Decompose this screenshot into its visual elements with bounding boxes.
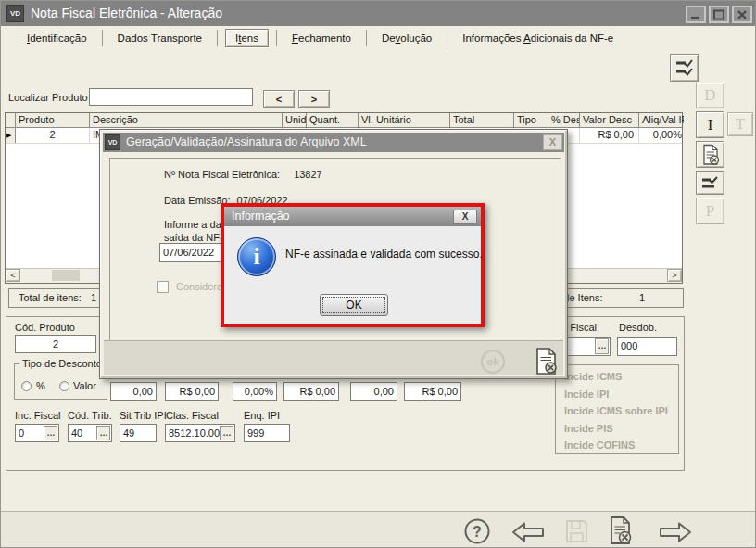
icms-valor-field[interactable]: R$ 0,00 <box>284 382 339 401</box>
incide-icms-sobre-ipi-label: Incide ICMS sobre IPI <box>564 402 678 420</box>
sit-trib-ipi-label: Sit Trib IPI <box>120 410 167 421</box>
svg-text:?: ? <box>472 524 482 540</box>
button-d[interactable]: D <box>696 83 724 108</box>
desconto-perc-field[interactable]: 0,00 <box>110 382 157 401</box>
previous-item-button[interactable]: < <box>263 90 295 108</box>
xml-dialog-close-button[interactable]: X <box>543 134 562 150</box>
info-icon: i <box>237 237 276 276</box>
cancel-nfe-button[interactable] <box>606 516 634 546</box>
maximize-button[interactable] <box>709 6 729 23</box>
clas-fiscal-browse-button[interactable]: … <box>220 426 233 440</box>
tab-separator <box>276 30 277 46</box>
grid-header-tipo: Tipo <box>514 113 548 127</box>
grid-header-quant: Quant. <box>307 113 359 127</box>
help-button[interactable]: ? <box>463 517 491 545</box>
application-window: VD Nota Fiscal Eletrônica - Alteração Id… <box>0 0 756 548</box>
button-i[interactable]: I <box>696 111 724 138</box>
tab-bar: Identificação Dados Transporte Itens Fec… <box>1 26 756 50</box>
button-p[interactable]: P <box>696 198 724 224</box>
button-t[interactable]: T <box>727 112 753 136</box>
lines-check-icon <box>701 176 720 189</box>
row-marker-icon: ▶ <box>6 128 16 143</box>
ipi-valor-field[interactable]: R$ 0,00 <box>404 382 461 401</box>
close-icon <box>737 9 748 20</box>
inc-fiscal-field[interactable]: 0 … <box>15 424 59 442</box>
desdob-label: Desdob. <box>619 322 657 333</box>
scrollbar-thumb[interactable] <box>52 270 80 281</box>
minimize-button[interactable] <box>686 6 706 23</box>
xml-ok-button[interactable]: ok <box>481 350 505 374</box>
next-item-button[interactable]: > <box>298 90 330 108</box>
cod-produto-field[interactable]: 2 <box>15 335 96 353</box>
enq-ipi-label: Enq. IPI <box>244 410 280 421</box>
grid-header-vl-unitario: Vl. Unitário <box>359 113 450 127</box>
tab-separator <box>217 30 218 46</box>
tab-devolucao[interactable]: Devolução <box>369 29 445 47</box>
button-i-label: I <box>708 116 713 134</box>
grid-header-descricao: Descrição <box>90 113 283 127</box>
lines-check-icon <box>674 58 695 77</box>
incide-pis-label: Incide PIS <box>564 420 678 438</box>
tab-itens[interactable]: Itens <box>225 29 269 47</box>
tab-identificacao[interactable]: Identificação <box>14 29 100 47</box>
cod-trib-browse-button[interactable]: … <box>96 426 110 440</box>
cancel-document-button[interactable] <box>696 141 724 168</box>
info-ok-button[interactable]: OK <box>320 294 388 316</box>
inc-fiscal-label: Inc. Fiscal <box>15 410 61 421</box>
cell-produto: 2 <box>16 128 90 143</box>
scroll-left-button[interactable]: < <box>6 269 20 282</box>
info-dialog-titlebar: Informação <box>224 207 481 226</box>
cod-trib-field[interactable]: 40 … <box>68 424 112 442</box>
ipi-perc-field[interactable]: 0,00 <box>350 382 397 401</box>
tab-separator <box>366 30 367 46</box>
tab-separator <box>102 30 103 46</box>
grid-header-unid: Unid <box>283 113 307 127</box>
scroll-right-button[interactable]: > <box>667 269 682 282</box>
tab-dados-transporte[interactable]: Dados Transporte <box>105 29 215 47</box>
desconto-valor-field[interactable]: R$ 0,00 <box>165 382 219 401</box>
search-product-label: Localizar Produto <box>8 92 88 103</box>
radio-valor[interactable] <box>59 381 69 391</box>
document-cancel-icon <box>700 144 721 166</box>
incide-cofins-label: Incide COFINS <box>564 437 678 454</box>
tab-separator <box>447 30 447 46</box>
button-d-label: D <box>704 86 715 105</box>
consider-checkbox[interactable] <box>157 281 169 293</box>
xml-dialog-titlebar: VD Geração/Validação/Assinatura do Arqui… <box>103 133 564 152</box>
cod-fiscal-browse-button[interactable]: … <box>595 338 609 354</box>
close-button[interactable] <box>732 6 752 23</box>
save-icon <box>562 517 590 545</box>
confirm-items-button[interactable] <box>670 54 699 82</box>
clas-fiscal-field[interactable]: 8512.10.00 … <box>165 424 235 442</box>
grid-header-total: Total <box>450 113 514 127</box>
clas-fiscal-value: 8512.10.00 <box>169 427 220 439</box>
app-logo-icon: VD <box>6 5 24 22</box>
inc-fiscal-browse-button[interactable]: … <box>44 426 57 440</box>
enq-ipi-field[interactable]: 999 <box>244 424 290 442</box>
info-message: NF-e assinada e validada com sucesso. <box>285 248 483 261</box>
info-dialog-close-button[interactable]: X <box>453 210 477 224</box>
search-product-input[interactable] <box>89 88 253 106</box>
confirm-line-button[interactable] <box>696 171 724 195</box>
previous-record-button[interactable] <box>510 520 546 544</box>
grid-header-produto: Produto <box>16 113 90 127</box>
sit-trib-ipi-field[interactable]: 49 <box>120 424 157 442</box>
desdob-field[interactable]: 000 <box>617 337 677 356</box>
exit-date-field[interactable]: 07/06/2022 <box>159 243 230 262</box>
tab-informacoes-adicionais[interactable]: Informações Adicionais da NF-e <box>449 29 626 47</box>
window-titlebar: VD Nota Fiscal Eletrônica - Alteração <box>1 1 756 26</box>
next-record-button[interactable] <box>658 520 693 544</box>
total-itens-value: 1 <box>91 289 96 307</box>
icms-perc-field[interactable]: 0,00% <box>233 382 277 401</box>
nf-number-line: Nº Nota Fiscal Eletrônica: 13827 <box>164 169 322 180</box>
cod-produto-label: Cód. Produto <box>15 322 75 333</box>
nf-number-value: 13827 <box>294 169 322 180</box>
radio-valor-label: Valor <box>73 380 96 391</box>
information-dialog: Informação X i NF-e assinada e validada … <box>220 203 485 327</box>
xml-cancel-button[interactable] <box>533 347 561 376</box>
radio-percent[interactable] <box>21 381 32 391</box>
nf-number-label: Nº Nota Fiscal Eletrônica: <box>164 169 280 180</box>
save-button[interactable] <box>562 517 590 545</box>
info-icon-glyph: i <box>253 245 259 269</box>
tab-fechamento[interactable]: Fechamento <box>279 29 364 47</box>
